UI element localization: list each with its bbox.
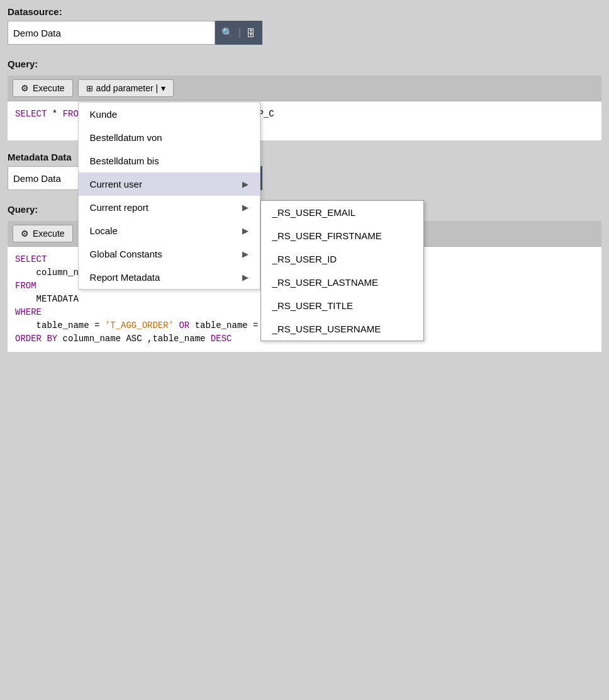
- dropdown-item-report-metadata[interactable]: Report Metadata ▶: [79, 266, 260, 289]
- submenu-item-rs-user-username[interactable]: _RS_USER_USERNAME: [261, 317, 423, 341]
- dropdown-item-kunde-label: Kunde: [90, 109, 117, 120]
- dropdown-item-report-metadata-label: Report Metadata: [90, 272, 160, 283]
- locale-arrow-icon: ▶: [242, 226, 249, 235]
- dropdown-item-current-report[interactable]: Current report ▶: [79, 196, 260, 219]
- dropdown-item-bestelldatum-bis-label: Bestelldatum bis: [90, 155, 159, 166]
- db-icon: 🗄: [246, 28, 255, 38]
- add-param-container: ⊞ add parameter | ▾ Kunde Bestelldatum v…: [78, 79, 174, 97]
- execute-label-1: Execute: [33, 83, 65, 93]
- submenu-item-rs-user-email[interactable]: _RS_USER_EMAIL: [261, 201, 423, 224]
- dropdown-item-current-user-label: Current user: [90, 179, 142, 189]
- execute-button-1[interactable]: ⚙ Execute: [13, 79, 73, 97]
- dropdown-menu: Kunde Bestelldatum von Bestelldatum bis …: [78, 102, 260, 290]
- dropdown-item-kunde[interactable]: Kunde: [79, 103, 260, 126]
- datasource-section-1: Datasource: 🔍 | 🗄: [0, 0, 609, 50]
- chevron-down-icon-1: ▾: [161, 83, 165, 93]
- current-user-arrow-icon: ▶: [242, 179, 249, 189]
- dropdown-item-locale[interactable]: Locale ▶: [79, 219, 260, 242]
- query-label-1: Query:: [8, 55, 601, 72]
- toolbar-1: ⚙ Execute ⊞ add parameter | ▾ Kunde Best…: [8, 76, 601, 101]
- dropdown-item-bestelldatum-bis[interactable]: Bestelldatum bis: [79, 149, 260, 172]
- search-icon: 🔍: [221, 27, 233, 38]
- current-report-arrow-icon: ▶: [242, 203, 249, 212]
- add-param-label-1: add parameter |: [96, 83, 159, 93]
- add-param-button-1[interactable]: ⊞ add parameter | ▾: [78, 79, 174, 97]
- submenu-item-rs-user-lastname[interactable]: _RS_USER_LASTNAME: [261, 271, 423, 294]
- dropdown-item-bestelldatum-von[interactable]: Bestelldatum von: [79, 126, 260, 149]
- table-icon-1: ⊞: [86, 84, 93, 93]
- gear-icon-2: ⚙: [21, 229, 29, 239]
- execute-button-2[interactable]: ⚙ Execute: [13, 225, 73, 242]
- execute-label-2: Execute: [33, 229, 65, 239]
- gear-icon-1: ⚙: [21, 83, 29, 93]
- datasource-label-1: Datasource:: [8, 6, 601, 17]
- submenu-item-rs-user-id[interactable]: _RS_USER_ID: [261, 247, 423, 271]
- report-metadata-arrow-icon: ▶: [242, 273, 249, 282]
- dropdown-item-current-report-label: Current report: [90, 202, 148, 213]
- datasource-input-1[interactable]: [8, 21, 215, 45]
- submenu-item-rs-user-firstname[interactable]: _RS_USER_FIRSTNAME: [261, 224, 423, 247]
- query-section-1: Query: ⚙ Execute ⊞ add parameter | ▾ Kun…: [0, 50, 609, 140]
- global-constants-arrow-icon: ▶: [242, 249, 249, 259]
- dropdown-item-global-constants-label: Global Constants: [90, 249, 162, 259]
- datasource-icon-group-1[interactable]: 🔍 | 🗄: [215, 21, 262, 45]
- dropdown-item-global-constants[interactable]: Global Constants ▶: [79, 242, 260, 266]
- pipe-divider: |: [238, 27, 241, 38]
- dropdown-item-bestelldatum-von-label: Bestelldatum von: [90, 132, 162, 143]
- submenu-item-rs-user-title[interactable]: _RS_USER_TITLE: [261, 294, 423, 317]
- dropdown-item-locale-label: Locale: [90, 225, 118, 236]
- datasource-row-1: 🔍 | 🗄: [8, 21, 601, 45]
- current-user-submenu: _RS_USER_EMAIL _RS_USER_FIRSTNAME _RS_US…: [260, 200, 424, 341]
- dropdown-item-current-user[interactable]: Current user ▶: [79, 172, 260, 196]
